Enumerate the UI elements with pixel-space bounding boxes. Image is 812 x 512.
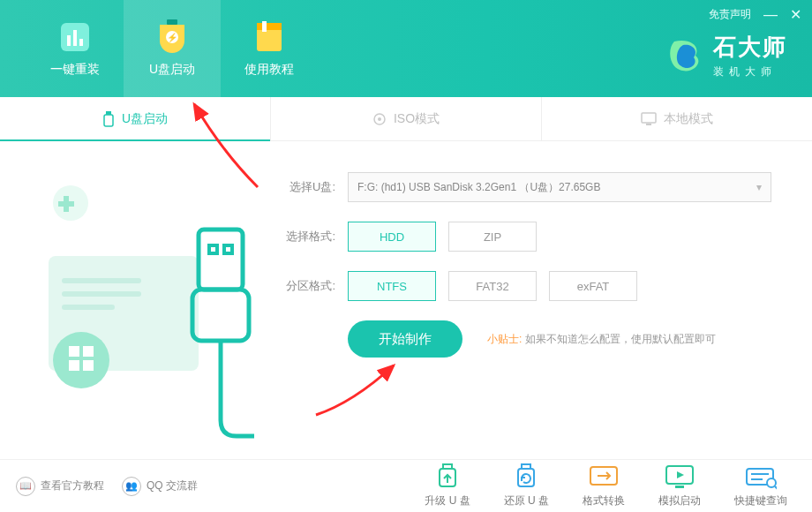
svg-rect-24 (224, 245, 232, 253)
svg-point-21 (53, 332, 109, 388)
svg-rect-25 (192, 290, 249, 341)
disk-value: F:G: (hd1) USB SanDisk 3.2Gen1 （U盘）27.65… (357, 180, 600, 195)
subtab-label: ISO模式 (394, 111, 440, 127)
tutorial-link[interactable]: 📖 查看官方教程 (16, 477, 104, 496)
start-button[interactable]: 开始制作 (348, 320, 462, 358)
format-label: 选择格式: (274, 229, 335, 245)
svg-rect-14 (642, 113, 656, 123)
svg-rect-11 (104, 115, 113, 126)
disclaimer-link[interactable]: 免责声明 (709, 7, 751, 22)
tab-label: U盘启动 (149, 62, 195, 78)
brand-title: 石大师 (713, 32, 787, 63)
usb-refresh-icon (510, 463, 542, 490)
svg-rect-15 (646, 124, 651, 125)
format-hdd[interactable]: HDD (348, 222, 436, 252)
action-simulate-boot[interactable]: 模拟启动 (658, 463, 701, 508)
svg-rect-19 (62, 291, 141, 297)
svg-rect-20 (62, 305, 115, 310)
action-label: 快捷键查询 (734, 493, 787, 508)
partition-exfat[interactable]: exFAT (549, 271, 637, 301)
main-content: 选择U盘: F:G: (hd1) USB SanDisk 3.2Gen1 （U盘… (0, 141, 812, 459)
partition-ntfs[interactable]: NTFS (348, 271, 436, 301)
disk-label: 选择U盘: (274, 179, 335, 195)
action-label: 升级 U 盘 (425, 493, 470, 508)
tab-usb-boot[interactable]: ⚡ U盘启动 (124, 0, 221, 97)
minimize-icon[interactable]: — (763, 8, 778, 22)
svg-rect-1 (67, 35, 71, 46)
usb-up-icon (432, 463, 463, 490)
subtab-usb[interactable]: U盘启动 (0, 97, 270, 140)
svg-point-36 (767, 478, 776, 487)
window-controls: 免责声明 — ✕ (709, 7, 801, 22)
format-zip[interactable]: ZIP (448, 222, 537, 252)
tip-prefix: 小贴士: (487, 333, 522, 345)
partition-label: 分区格式: (274, 278, 335, 294)
link-label: QQ 交流群 (147, 478, 198, 493)
header: 一键重装 ⚡ U盘启动 使用教程 免责声明 — ✕ 石大师 装机大师 (0, 0, 812, 97)
svg-rect-23 (209, 245, 217, 253)
brand-logo-icon (665, 36, 704, 75)
partition-fat32[interactable]: FAT32 (448, 271, 537, 301)
qq-group-link[interactable]: 👥 QQ 交流群 (122, 477, 198, 496)
form: 选择U盘: F:G: (hd1) USB SanDisk 3.2Gen1 （U盘… (274, 172, 786, 358)
action-label: 还原 U 盘 (504, 493, 549, 508)
subtab-local[interactable]: 本地模式 (541, 97, 812, 140)
usb-shield-icon: ⚡ (154, 19, 190, 55)
header-tabs: 一键重装 ⚡ U盘启动 使用教程 (0, 0, 318, 97)
tip-text: 小贴士: 如果不知道怎么配置，使用默认配置即可 (487, 332, 716, 347)
action-format-convert[interactable]: 格式转换 (583, 463, 625, 508)
svg-rect-4 (167, 19, 177, 25)
bottom-bar: 📖 查看官方教程 👥 QQ 交流群 升级 U 盘 还原 U 盘 格式转换 模拟启… (0, 459, 812, 512)
svg-rect-18 (62, 278, 141, 283)
svg-rect-3 (79, 39, 83, 46)
subtab-label: 本地模式 (664, 111, 713, 127)
convert-icon (588, 463, 620, 490)
svg-point-13 (378, 117, 381, 121)
close-icon[interactable]: ✕ (790, 8, 801, 22)
disk-select[interactable]: F:G: (hd1) USB SanDisk 3.2Gen1 （U盘）27.65… (348, 172, 771, 202)
svg-rect-2 (73, 30, 77, 46)
subtab-label: U盘启动 (122, 111, 168, 127)
chevron-down-icon: ▾ (756, 181, 762, 193)
book-open-icon: 📖 (16, 477, 35, 496)
brand-subtitle: 装机大师 (713, 64, 787, 79)
svg-line-37 (775, 486, 777, 489)
action-label: 模拟启动 (658, 493, 701, 508)
usb-illustration (18, 168, 256, 441)
svg-rect-22 (199, 230, 243, 290)
monitor-play-icon (664, 463, 695, 490)
chart-box-icon (57, 19, 93, 55)
usb-icon (102, 111, 115, 127)
book-icon (252, 19, 287, 55)
keyboard-search-icon (745, 463, 777, 490)
link-label: 查看官方教程 (41, 478, 104, 493)
tab-tutorial[interactable]: 使用教程 (221, 0, 318, 97)
brand: 石大师 装机大师 (665, 32, 787, 79)
iso-icon (372, 112, 387, 126)
svg-text:⚡: ⚡ (167, 32, 178, 43)
svg-rect-8 (257, 23, 282, 30)
tab-reinstall[interactable]: 一键重装 (26, 0, 124, 97)
monitor-icon (641, 112, 657, 126)
mode-tabs: U盘启动 ISO模式 本地模式 (0, 97, 812, 141)
tab-label: 使用教程 (244, 62, 294, 78)
subtab-iso[interactable]: ISO模式 (270, 97, 541, 140)
svg-rect-9 (262, 21, 267, 32)
action-label: 格式转换 (583, 493, 625, 508)
people-icon: 👥 (122, 477, 141, 496)
action-hotkey-lookup[interactable]: 快捷键查询 (734, 463, 787, 508)
svg-rect-32 (675, 486, 684, 488)
tab-label: 一键重装 (50, 62, 100, 78)
action-restore-usb[interactable]: 还原 U 盘 (504, 463, 549, 508)
tip-body: 如果不知道怎么配置，使用默认配置即可 (525, 333, 716, 345)
action-upgrade-usb[interactable]: 升级 U 盘 (425, 463, 470, 508)
